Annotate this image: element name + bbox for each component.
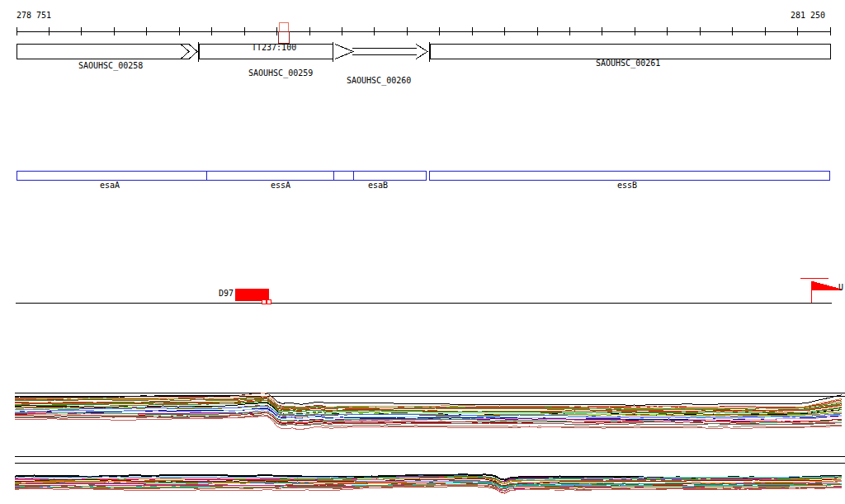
- domain-box-unnamed-2[interactable]: [334, 172, 354, 181]
- ruler-start-coordinate: 278 751: [17, 11, 51, 20]
- ruler-end-coordinate: 281 250: [791, 11, 825, 20]
- gene-track: [17, 42, 830, 62]
- domain-track: [17, 172, 830, 181]
- gene-arrow-saouhsc-00260[interactable]: [335, 45, 353, 59]
- domain-label-essA: essA: [271, 181, 290, 190]
- mutant-flag-track: [16, 279, 842, 304]
- d97-insertion-mark[interactable]: [262, 300, 267, 304]
- right-insertion-flag[interactable]: [811, 281, 842, 290]
- domain-box-esaB[interactable]: [354, 172, 427, 181]
- domain-box-essB[interactable]: [430, 172, 830, 181]
- gene-label-saouhsc-00261: SAOUHSC_00261: [596, 59, 660, 68]
- ruler-track: [17, 22, 830, 43]
- gene-arrow-saouhsc-00260[interactable]: [416, 45, 427, 59]
- gene-label-saouhsc-00259: SAOUHSC_00259: [248, 68, 313, 78]
- gene-label-saouhsc-00258: SAOUHSC_00258: [78, 61, 143, 70]
- profile-plot-top: [15, 393, 845, 430]
- flag-label-right: U: [838, 283, 843, 292]
- domain-label-esaB: esaB: [368, 181, 388, 190]
- insertion-site-marker-bottom[interactable]: [278, 31, 289, 43]
- domain-box-essA[interactable]: [207, 172, 334, 181]
- gene-arrow-saouhsc-00258[interactable]: [17, 45, 197, 59]
- profile-plot-bottom: [15, 456, 845, 493]
- flag-label-d97: D97: [219, 289, 234, 298]
- tracks-canvas: [0, 0, 845, 504]
- domain-label-essB: essB: [617, 181, 637, 190]
- insertion-site-label: TT237:100: [252, 43, 296, 52]
- d97-insertion-mark[interactable]: [267, 300, 271, 304]
- gene-label-saouhsc-00260: SAOUHSC_00260: [347, 76, 411, 85]
- insertion-site-marker-top[interactable]: [279, 22, 288, 31]
- genome-browser-view: 278 751 281 250 TT237:100 SAOUHSC_00258 …: [0, 0, 845, 504]
- gene-arrow-saouhsc-00261[interactable]: [430, 45, 830, 59]
- domain-label-esaA: esaA: [100, 181, 120, 190]
- domain-box-esaA[interactable]: [17, 172, 207, 181]
- d97-insertion-flag[interactable]: [235, 289, 268, 300]
